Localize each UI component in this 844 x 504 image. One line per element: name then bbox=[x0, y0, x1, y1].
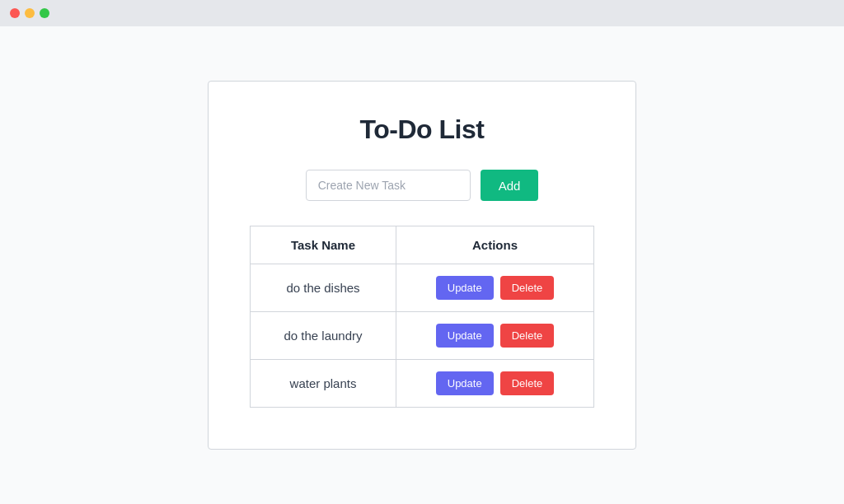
task-name-cell: do the dishes bbox=[251, 264, 396, 312]
task-actions-cell: UpdateDelete bbox=[396, 264, 594, 312]
actions-header: Actions bbox=[396, 226, 594, 264]
task-actions-cell: UpdateDelete bbox=[396, 360, 594, 408]
task-name-header: Task Name bbox=[251, 226, 396, 264]
action-buttons: UpdateDelete bbox=[413, 324, 577, 348]
update-task-button[interactable]: Update bbox=[436, 276, 494, 300]
task-table: Task Name Actions do the dishesUpdateDel… bbox=[250, 226, 594, 408]
table-row: do the dishesUpdateDelete bbox=[251, 264, 594, 312]
update-task-button[interactable]: Update bbox=[436, 371, 494, 395]
action-buttons: UpdateDelete bbox=[413, 371, 577, 395]
browser-content: To-Do List Add Task Name Actions do the … bbox=[0, 26, 844, 504]
task-actions-cell: UpdateDelete bbox=[396, 312, 594, 360]
minimize-button-icon[interactable] bbox=[25, 8, 35, 18]
title-bar bbox=[0, 0, 844, 26]
task-name-cell: do the laundry bbox=[251, 312, 396, 360]
close-button-icon[interactable] bbox=[10, 8, 20, 18]
app-title: To-Do List bbox=[360, 114, 485, 145]
update-task-button[interactable]: Update bbox=[436, 324, 494, 348]
add-task-button[interactable]: Add bbox=[481, 170, 539, 201]
delete-task-button[interactable]: Delete bbox=[500, 324, 555, 348]
table-header-row: Task Name Actions bbox=[251, 226, 594, 264]
delete-task-button[interactable]: Delete bbox=[500, 371, 555, 395]
traffic-lights bbox=[10, 8, 49, 18]
input-row: Add bbox=[250, 170, 594, 201]
maximize-button-icon[interactable] bbox=[40, 8, 49, 18]
task-name-cell: water plants bbox=[251, 360, 396, 408]
delete-task-button[interactable]: Delete bbox=[500, 276, 555, 300]
table-row: do the laundryUpdateDelete bbox=[251, 312, 594, 360]
action-buttons: UpdateDelete bbox=[413, 276, 577, 300]
table-row: water plantsUpdateDelete bbox=[251, 360, 594, 408]
app-card: To-Do List Add Task Name Actions do the … bbox=[208, 81, 636, 450]
window-chrome: To-Do List Add Task Name Actions do the … bbox=[0, 0, 844, 504]
new-task-input[interactable] bbox=[306, 170, 471, 201]
